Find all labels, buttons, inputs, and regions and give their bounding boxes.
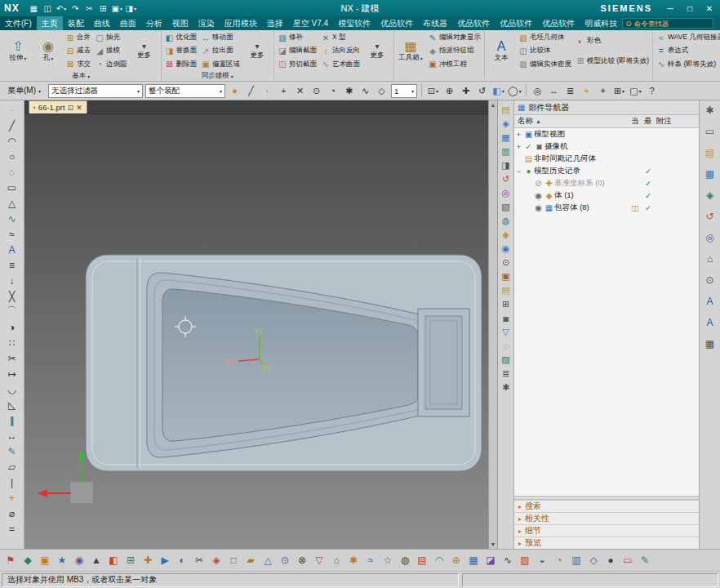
- snap-point-on-face-icon[interactable]: ◇: [375, 83, 389, 99]
- tree-item[interactable]: + ✓ ◙ 摄像机: [514, 140, 699, 153]
- bottom-tool-icon[interactable]: ●: [603, 552, 618, 568]
- save-icon[interactable]: ◫: [42, 4, 54, 13]
- group-label[interactable]: 同步建模▾: [163, 71, 273, 81]
- section-search[interactable]: ▸ 搜索: [514, 500, 699, 512]
- rectangle-tool-icon[interactable]: ▭: [2, 180, 22, 195]
- process-tab-icon[interactable]: ◎: [705, 232, 713, 243]
- trim-curve-icon[interactable]: ✂: [2, 350, 22, 366]
- x-form-button[interactable]: ✕X 型: [319, 32, 362, 44]
- materials-icon[interactable]: ◆: [500, 229, 513, 241]
- command-finder-input[interactable]: [634, 20, 704, 28]
- bottom-tool-icon[interactable]: ⊙: [278, 552, 292, 568]
- bottom-tool-icon[interactable]: △: [260, 552, 275, 568]
- bottom-tool-icon[interactable]: ◆: [20, 552, 35, 568]
- wireframe-style-icon[interactable]: ◯▾: [508, 83, 522, 99]
- bottom-tool-icon[interactable]: ◧: [106, 552, 121, 568]
- bottom-tool-icon[interactable]: ∿: [500, 552, 515, 568]
- tab-youpin-4[interactable]: 优品软件: [537, 16, 580, 30]
- window-switch-icon[interactable]: ◨▾: [125, 4, 137, 13]
- more-button[interactable]: ▾更多: [242, 31, 272, 71]
- project-curve-icon[interactable]: ↓: [2, 273, 22, 288]
- tab-xingkong[interactable]: 星空 V7.4: [288, 16, 333, 30]
- snap-point-on-curve-icon[interactable]: ∿: [358, 83, 372, 99]
- bottom-tool-icon[interactable]: ★: [55, 552, 69, 568]
- bottom-tool-icon[interactable]: ▤: [415, 552, 429, 568]
- bottom-tool-icon[interactable]: ☆: [380, 552, 395, 568]
- more-button[interactable]: ▾更多: [130, 31, 159, 71]
- text-button[interactable]: A文本: [487, 31, 516, 71]
- text-tool-icon[interactable]: A: [2, 242, 22, 257]
- scale-combobox[interactable]: 1▾: [391, 84, 417, 98]
- bottom-tool-icon[interactable]: ◔: [552, 552, 567, 568]
- extend-curve-icon[interactable]: ↦: [2, 366, 22, 381]
- view-manager-icon[interactable]: ◨: [500, 159, 513, 172]
- tab-file[interactable]: 文件(F): [0, 16, 37, 30]
- bottom-tool-icon[interactable]: ⊕: [449, 552, 464, 568]
- scroll-down-icon[interactable]: ▼: [491, 541, 496, 547]
- tab-youpin-1[interactable]: 优品软件: [376, 16, 418, 30]
- snap-endpoint-icon[interactable]: ╱: [244, 83, 258, 99]
- tab-assemblies[interactable]: 装配: [63, 16, 89, 30]
- redo-icon[interactable]: ↷: [69, 4, 82, 13]
- tab-analysis[interactable]: 分析: [141, 16, 167, 30]
- die-engineering-button[interactable]: ▣冲模工程: [426, 58, 482, 70]
- fit-view-icon[interactable]: ⊡▾: [426, 83, 440, 99]
- intersect-curve-icon[interactable]: ╳: [2, 288, 22, 304]
- pull-face-button[interactable]: ↗拉出面: [199, 45, 242, 57]
- bottom-tool-icon[interactable]: ▰: [243, 552, 258, 568]
- offset-region-button[interactable]: ▣偏置区域: [199, 58, 242, 70]
- maximize-button[interactable]: □: [683, 4, 696, 13]
- group-label[interactable]: 基本▾: [3, 71, 159, 81]
- annotation-a-icon[interactable]: A: [706, 296, 713, 307]
- annotation-a2-icon[interactable]: A: [706, 317, 713, 328]
- bottom-tool-icon[interactable]: ▥: [569, 552, 584, 568]
- color-button[interactable]: ◐彩色: [574, 35, 651, 47]
- feature-tree[interactable]: + ▣ 模型视图 + ✓ ◙ 摄像机: [514, 128, 699, 496]
- edit-solid-density-button[interactable]: ▥编辑实体密度: [517, 58, 573, 70]
- toolbox-button[interactable]: ▦工具箱▾: [396, 31, 425, 71]
- selection-scope-combobox[interactable]: 整个装配▾: [145, 84, 225, 98]
- column-header[interactable]: 最: [642, 116, 655, 127]
- paste-icon[interactable]: ▣▾: [111, 4, 123, 13]
- datum-display-icon[interactable]: +: [580, 83, 593, 99]
- snap-midpoint-icon[interactable]: ∙: [260, 83, 274, 99]
- column-header[interactable]: 当: [629, 116, 642, 127]
- minimize-button[interactable]: ─: [664, 4, 677, 13]
- unite-button[interactable]: ⊞合并: [64, 32, 92, 44]
- shaded-style-icon[interactable]: ◧▾: [491, 83, 505, 99]
- camera-icon[interactable]: ◙: [500, 312, 513, 324]
- tree-item[interactable]: ◉ ▦ 包容体 (8) ◫ ✓: [514, 202, 699, 214]
- tab-render[interactable]: 渲染: [193, 16, 220, 30]
- bottom-tool-icon[interactable]: ◉: [72, 552, 87, 568]
- tab-surface[interactable]: 曲面: [115, 16, 141, 30]
- pan-icon[interactable]: ✚: [459, 83, 473, 99]
- arc-tool-icon[interactable]: ◠: [2, 133, 22, 149]
- part-navigator-icon[interactable]: ▦: [500, 131, 513, 144]
- circle-tool-icon[interactable]: ○: [2, 149, 22, 164]
- grid-tab-icon[interactable]: ▦: [705, 338, 714, 350]
- close-icon[interactable]: ✕: [76, 104, 82, 112]
- sketch-icon[interactable]: ✎: [2, 443, 22, 459]
- bottom-tool-icon[interactable]: ✚: [140, 552, 155, 568]
- reuse-library-icon[interactable]: ▥: [500, 145, 513, 158]
- search-palette-icon[interactable]: ◌: [500, 340, 513, 352]
- line-tool-icon[interactable]: ╱: [2, 118, 22, 133]
- manage-views-icon[interactable]: ▧: [500, 201, 513, 213]
- subtract-button[interactable]: ⊟减去: [64, 45, 92, 57]
- extrude-button[interactable]: ⇧拉伸▾: [3, 31, 33, 71]
- section-dependencies[interactable]: ▸ 相关性: [514, 512, 699, 524]
- helix-tool-icon[interactable]: ≈: [2, 226, 22, 242]
- wcs-triad[interactable]: [38, 449, 92, 502]
- snap-control-point-icon[interactable]: +: [277, 83, 291, 99]
- bottom-tool-icon[interactable]: ◒: [535, 552, 549, 568]
- history-icon[interactable]: ↺: [500, 173, 513, 185]
- gallery-icon[interactable]: ▨: [500, 354, 513, 366]
- scroll-up-icon[interactable]: ▲: [491, 102, 496, 108]
- ellipse-tool-icon[interactable]: ◌: [2, 164, 22, 180]
- offset-curve-icon[interactable]: ≡: [2, 257, 22, 273]
- clip-section-button[interactable]: ◫剪切截面: [276, 58, 318, 70]
- assign-feature-group-button[interactable]: ◈指派特征组: [426, 45, 482, 57]
- move-face-button[interactable]: ↔移动面: [199, 32, 242, 44]
- edge-blend-button[interactable]: ◔边倒圆: [93, 58, 129, 70]
- divide-curve-icon[interactable]: ∥: [2, 412, 22, 428]
